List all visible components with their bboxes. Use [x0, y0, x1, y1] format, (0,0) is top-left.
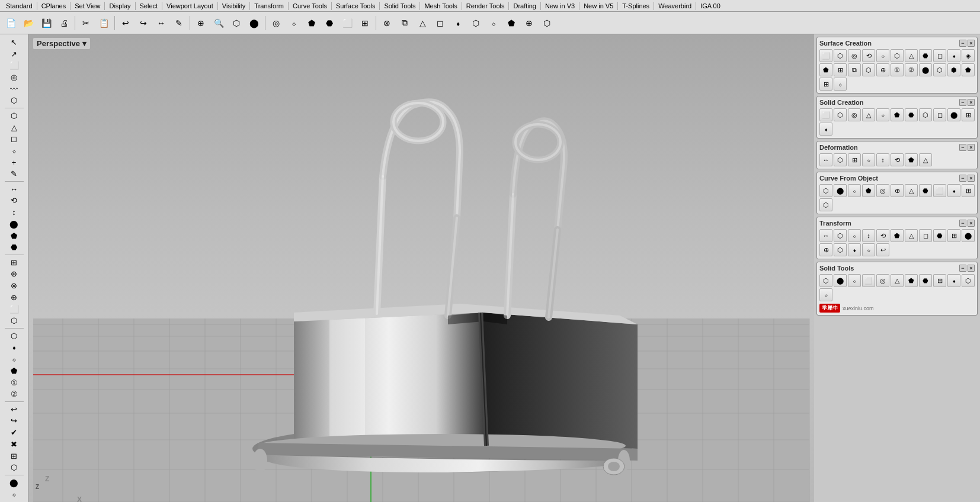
menu-item-visibility[interactable]: Visibility	[219, 1, 249, 11]
toolbar-btn-21[interactable]: ⧉	[396, 15, 413, 31]
lt-btn-16-1[interactable]: ✖	[4, 439, 25, 450]
lt-btn-3-1[interactable]: △	[4, 122, 25, 133]
st-tool-6[interactable]: △	[891, 274, 904, 287]
lt-btn-17-1[interactable]: ⬡	[4, 462, 25, 473]
toolbar-btn-18[interactable]: ⬜	[339, 15, 356, 31]
toolbar-btn-10[interactable]: ⊕	[193, 15, 209, 31]
tr-tool-14[interactable]: ⬧	[848, 243, 861, 256]
def-tool-3[interactable]: ⊞	[848, 153, 861, 166]
tr-tool-1[interactable]: ↔	[819, 229, 832, 242]
solid-creation-title[interactable]: Solid Creation − ×	[819, 99, 975, 106]
panel-minus-btn[interactable]: −	[959, 40, 966, 47]
def-tool-1[interactable]: ↔	[819, 153, 832, 166]
lt-btn-3-0[interactable]: ⬡	[4, 110, 25, 121]
sc-tool-7[interactable]: △	[905, 49, 918, 62]
lt-btn-6-1[interactable]: ⟲	[4, 195, 25, 207]
toolbar-btn-5[interactable]: 📋	[95, 15, 112, 31]
sc-tool-18[interactable]: ②	[905, 63, 918, 76]
lt-btn-0-1[interactable]: ↗	[4, 49, 25, 60]
panel-close-btn[interactable]: ×	[968, 40, 975, 47]
lt-btn-9-0[interactable]: ⊞	[4, 257, 25, 268]
menu-item-new-v5[interactable]: New in V5	[580, 1, 617, 11]
menu-item-iga00[interactable]: IGA 00	[697, 1, 724, 11]
lt-btn-8-0[interactable]: ⬟	[4, 230, 25, 242]
tr-tool-3[interactable]: ⬦	[848, 229, 861, 242]
sc-tool-13[interactable]: ⊞	[834, 63, 847, 76]
def-panel-close-btn[interactable]: ×	[968, 144, 975, 151]
cfo-tool-5[interactable]: ◎	[876, 184, 889, 197]
menu-item-solid-tools[interactable]: Solid Tools	[380, 1, 419, 11]
toolbar-btn-13[interactable]: ⬤	[246, 15, 262, 31]
sc-tool-17[interactable]: ①	[891, 63, 904, 76]
lt-btn-17-0[interactable]: ⊞	[4, 450, 25, 462]
sc-tool-4[interactable]: ⟲	[862, 49, 875, 62]
menu-item-new-v3[interactable]: New in V3	[542, 1, 578, 11]
solid-panel-close-btn[interactable]: ×	[968, 99, 975, 106]
cfo-tool-9[interactable]: ⬜	[933, 184, 946, 197]
toolbar-btn-12[interactable]: ⬡	[228, 15, 245, 31]
sc-tool-9[interactable]: ◻	[933, 49, 946, 62]
cfo-tool-10[interactable]: ⬧	[947, 184, 960, 197]
cfo-tool-3[interactable]: ⬦	[848, 184, 861, 197]
sc-tool-11[interactable]: ◈	[962, 49, 975, 62]
lt-btn-7-1[interactable]: ⬤	[4, 218, 25, 230]
lt-btn-5-1[interactable]: ✎	[4, 169, 25, 180]
st-tool-11[interactable]: ⬡	[962, 274, 975, 287]
toolbar-btn-16[interactable]: ⬟	[303, 15, 320, 31]
st-tool-8[interactable]: ⬣	[919, 274, 932, 287]
toolbar-btn-24[interactable]: ⬧	[450, 15, 466, 31]
menu-item-transform[interactable]: Transform	[251, 1, 287, 11]
lt-btn-0-0[interactable]: ↖	[4, 37, 25, 48]
menu-item-standard[interactable]: Standard	[2, 1, 36, 11]
menu-item-select[interactable]: Select	[136, 1, 162, 11]
tr-panel-close-btn[interactable]: ×	[968, 220, 975, 227]
deformation-title[interactable]: Deformation − ×	[819, 144, 975, 151]
sc-tool-5[interactable]: ⬦	[876, 49, 889, 62]
lt-btn-14-0[interactable]: ①	[4, 377, 25, 388]
tr-tool-11[interactable]: ⬤	[962, 229, 975, 242]
lt-btn-8-1[interactable]: ⬣	[4, 242, 25, 253]
toolbar-btn-9[interactable]: ✎	[171, 15, 187, 31]
lt-btn-2-1[interactable]: ⬡	[4, 95, 25, 107]
menu-item-t-splines[interactable]: T-Splines	[619, 1, 653, 11]
toolbar-btn-25[interactable]: ⬡	[467, 15, 484, 31]
menu-item-viewport-layout[interactable]: Viewport Layout	[163, 1, 217, 11]
sol-tool-10[interactable]: ⬤	[947, 108, 960, 121]
st-tool-1[interactable]: ⬡	[819, 274, 832, 287]
cfo-tool-6[interactable]: ⊕	[891, 184, 904, 197]
def-tool-8[interactable]: △	[919, 153, 932, 166]
sc-tool-16[interactable]: ⊕	[876, 63, 889, 76]
toolbar-btn-17[interactable]: ⬣	[321, 15, 338, 31]
menu-item-setview[interactable]: Set View	[71, 1, 104, 11]
toolbar-btn-20[interactable]: ⊗	[379, 15, 395, 31]
st-panel-close-btn[interactable]: ×	[968, 265, 975, 272]
menu-item-surface-tools[interactable]: Surface Tools	[332, 1, 379, 11]
sc-tool-12[interactable]: ⬟	[819, 63, 832, 76]
toolbar-btn-19[interactable]: ⊞	[357, 15, 373, 31]
sc-tool-22[interactable]: ⬟	[962, 63, 975, 76]
lt-btn-10-0[interactable]: ⊗	[4, 280, 25, 291]
sc-tool-20[interactable]: ⬡	[933, 63, 946, 76]
toolbar-btn-2[interactable]: 💾	[38, 15, 55, 31]
sol-tool-8[interactable]: ⬡	[919, 108, 932, 121]
sc-tool-8[interactable]: ⬣	[919, 49, 932, 62]
toolbar-btn-1[interactable]: 📂	[20, 15, 37, 31]
lt-btn-9-1[interactable]: ⊕	[4, 269, 25, 280]
toolbar-btn-6[interactable]: ↩	[117, 15, 134, 31]
st-tool-7[interactable]: ⬟	[905, 274, 918, 287]
toolbar-btn-26[interactable]: ⬦	[485, 15, 502, 31]
def-tool-5[interactable]: ↕	[876, 153, 889, 166]
sol-tool-3[interactable]: ◎	[848, 108, 861, 121]
menu-item-mesh-tools[interactable]: Mesh Tools	[421, 1, 460, 11]
menu-item-display[interactable]: Display	[105, 1, 134, 11]
lt-btn-4-0[interactable]: ◻	[4, 133, 25, 144]
toolbar-btn-23[interactable]: ◻	[432, 15, 449, 31]
lt-btn-10-1[interactable]: ⊕	[4, 292, 25, 303]
cfo-tool-2[interactable]: ⬤	[834, 184, 847, 197]
tr-tool-9[interactable]: ⬣	[933, 229, 946, 242]
cfo-panel-close-btn[interactable]: ×	[968, 175, 975, 182]
tr-tool-10[interactable]: ⊞	[947, 229, 960, 242]
menu-item-drafting[interactable]: Drafting	[510, 1, 540, 11]
def-tool-7[interactable]: ⬟	[905, 153, 918, 166]
sol-tool-6[interactable]: ⬟	[891, 108, 904, 121]
